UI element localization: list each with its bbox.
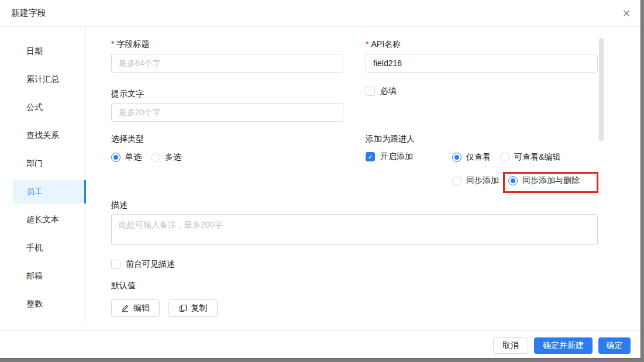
sidebar-item[interactable]: 部门: [13, 152, 86, 175]
required-asterisk: *: [366, 39, 369, 49]
enable-add-checkbox-row[interactable]: ✓开启添加: [366, 151, 413, 162]
radio-option[interactable]: 单选: [111, 152, 142, 163]
checkbox-label: 开启添加: [380, 151, 413, 162]
radio-option-label: 可查看&编辑: [514, 152, 560, 163]
radio-unselected-icon: [151, 153, 160, 162]
edit-default-button[interactable]: 编辑: [111, 299, 160, 317]
sidebar-item[interactable]: 超长文本: [13, 208, 86, 232]
scrollbar-thumb[interactable]: [599, 38, 604, 141]
sidebar-item[interactable]: 累计汇总: [13, 68, 86, 91]
checkbox-unchecked-icon[interactable]: ✓: [111, 260, 120, 269]
sidebar-item[interactable]: 整数: [13, 292, 86, 316]
required-checkbox-row[interactable]: ✓必填: [366, 86, 397, 96]
radio-option-label: 同步添加: [466, 175, 499, 186]
radio-selected-icon: [111, 153, 120, 162]
sidebar-item[interactable]: 邮箱: [13, 264, 86, 288]
select-type-label: 选择类型: [111, 133, 144, 144]
hint-text-input[interactable]: [111, 103, 343, 122]
radio-option-label: 单选: [125, 152, 142, 163]
new-field-dialog: 新建字段 ✕ 日期累计汇总公式查找关系部门员工超长文本手机邮箱整数 *字段标题 …: [0, 0, 641, 358]
field-type-sidebar: 日期累计汇总公式查找关系部门员工超长文本手机邮箱整数: [0, 27, 86, 323]
footer-divider: [0, 330, 640, 331]
copy-default-button[interactable]: 复制: [168, 299, 218, 317]
follower-permission-radio-group: 仅查看可查看&编辑: [452, 152, 570, 163]
add-follower-label: 添加为跟进人: [366, 133, 415, 144]
cancel-button[interactable]: 取消: [493, 337, 528, 354]
radio-option-label: 仅查看: [466, 152, 491, 163]
pencil-icon: [121, 304, 129, 312]
edit-button-label: 编辑: [133, 303, 150, 313]
api-name-input[interactable]: [366, 54, 598, 73]
default-value-label: 默认值: [111, 280, 136, 291]
checkbox-label: 前台可见描述: [126, 259, 175, 270]
confirm-button[interactable]: 确定: [598, 337, 631, 354]
checkbox-unchecked-icon[interactable]: ✓: [366, 87, 375, 96]
select-type-radio-group: 单选多选: [111, 152, 191, 163]
confirm-and-new-button[interactable]: 确定并新建: [534, 337, 593, 354]
radio-option[interactable]: 可查看&编辑: [500, 152, 560, 163]
description-label: 描述: [111, 199, 128, 211]
sidebar-item[interactable]: 查找关系: [13, 124, 86, 147]
checkbox-checked-icon[interactable]: ✓: [366, 152, 375, 161]
close-icon[interactable]: ✕: [619, 6, 634, 21]
api-name-label: *API名称: [366, 38, 401, 50]
sidebar-item[interactable]: 日期: [13, 40, 86, 63]
sidebar-item[interactable]: 员工: [13, 180, 86, 204]
radio-option[interactable]: 多选: [151, 152, 181, 163]
front-visible-desc-checkbox-row[interactable]: ✓前台可见描述: [111, 259, 175, 270]
radio-option-label: 多选: [165, 152, 181, 163]
checkbox-label: 必填: [380, 86, 397, 96]
copy-button-label: 复制: [191, 303, 208, 313]
sidebar-item[interactable]: 公式: [13, 96, 86, 119]
field-title-label: *字段标题: [111, 38, 149, 50]
radio-option[interactable]: 仅查看: [452, 152, 491, 163]
dialog-title: 新建字段: [11, 8, 46, 19]
radio-selected-icon: [452, 153, 462, 162]
radio-option[interactable]: 同步添加: [452, 175, 499, 186]
radio-unselected-icon: [500, 153, 509, 162]
field-title-input[interactable]: [111, 54, 343, 73]
radio-unselected-icon: [452, 176, 462, 185]
copy-icon: [179, 304, 187, 312]
description-textarea[interactable]: [111, 214, 598, 245]
annotation-highlight-box: [503, 172, 598, 193]
sidebar-item[interactable]: 手机: [13, 236, 86, 260]
hint-text-label: 提示文字: [111, 88, 144, 99]
required-asterisk: *: [111, 39, 114, 49]
screen: 新建字段 ✕ 日期累计汇总公式查找关系部门员工超长文本手机邮箱整数 *字段标题 …: [0, 0, 644, 362]
dialog-header: 新建字段 ✕: [0, 0, 640, 27]
